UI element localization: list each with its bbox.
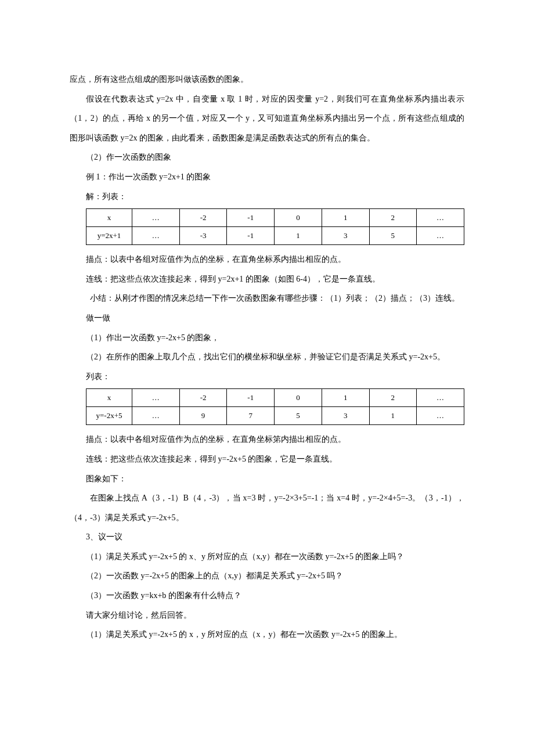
table-cell: 1 xyxy=(275,227,322,245)
table-row: x … -2 -1 0 1 2 … xyxy=(86,389,464,407)
table-cell: 7 xyxy=(227,407,275,425)
table-cell: 0 xyxy=(275,389,322,407)
paragraph: 连线：把这些点依次连接起来，得到 y=2x+1 的图象（如图 6-4），它是一条… xyxy=(70,269,464,289)
table-cell: 5 xyxy=(275,407,322,425)
table-cell: y=2x+1 xyxy=(86,227,132,245)
table-cell: x xyxy=(86,209,132,227)
paragraph: 做一做 xyxy=(70,308,464,328)
table-cell: -2 xyxy=(179,209,227,227)
table-cell: y=-2x+5 xyxy=(86,407,132,425)
table-cell: … xyxy=(417,209,464,227)
paragraph: （2）在所作的图象上取几个点，找出它们的横坐标和纵坐标，并验证它们是否满足关系式… xyxy=(70,347,464,367)
paragraph: （1）作出一次函数 y=-2x+5 的图象， xyxy=(70,328,464,348)
paragraph: 描点：以表中各组对应值作为点的坐标，在直角坐标系内描出相应的点。 xyxy=(70,250,464,269)
table-row: y=-2x+5 … 9 7 5 3 1 … xyxy=(86,407,464,425)
paragraph: （3）一次函数 y=kx+b 的图象有什么特点？ xyxy=(70,586,464,606)
table-cell: … xyxy=(132,227,180,245)
table-cell: -1 xyxy=(227,209,275,227)
table-cell: 9 xyxy=(179,407,227,425)
paragraph: 请大家分组讨论，然后回答。 xyxy=(70,606,464,625)
table-cell: 2 xyxy=(369,209,417,227)
table-row: y=2x+1 … -3 -1 1 3 5 … xyxy=(86,227,464,245)
paragraph: （2）一次函数 y=-2x+5 的图象上的点（x,y）都满足关系式 y=-2x+… xyxy=(70,566,464,586)
table-cell: 3 xyxy=(322,407,369,425)
table-cell: 1 xyxy=(322,389,369,407)
table-cell: 1 xyxy=(369,407,417,425)
document-page: 应点，所有这些点组成的图形叫做该函数的图象。 假设在代数表达式 y=2x 中，自… xyxy=(0,0,534,756)
table-row: x … -2 -1 0 1 2 … xyxy=(86,209,464,227)
paragraph: 连线：把这些点依次连接起来，得到 y=-2x+5 的图象，它是一条直线。 xyxy=(70,449,464,469)
paragraph: 小结：从刚才作图的情况来总结一下作一次函数图象有哪些步骤：（1）列表；（2）描点… xyxy=(70,289,464,308)
table-cell: -1 xyxy=(227,227,275,245)
table-cell: -1 xyxy=(227,389,275,407)
data-table-2: x … -2 -1 0 1 2 … y=-2x+5 … 9 7 5 3 1 … xyxy=(86,388,464,425)
paragraph: 解：列表： xyxy=(70,187,464,207)
example-label: 例 1：作出一次函数 y=2x+1 的图象 xyxy=(70,167,464,187)
table-cell: … xyxy=(132,209,180,227)
table-cell: 2 xyxy=(369,389,417,407)
table-cell: 3 xyxy=(322,227,369,245)
paragraph: 在图象上找点 A（3，-1）B（4，-3），当 x=3 时，y=-2×3+5=-… xyxy=(70,488,464,527)
paragraph: 应点，所有这些点组成的图形叫做该函数的图象。 xyxy=(70,70,464,89)
section-heading: 3、议一议 xyxy=(70,527,464,547)
paragraph: （1）满足关系式 y=-2x+5 的 x、y 所对应的点（x,y）都在一次函数 … xyxy=(70,547,464,567)
table-cell: -3 xyxy=(179,227,227,245)
paragraph: 假设在代数表达式 y=2x 中，自变量 x 取 1 时，对应的因变量 y=2，则… xyxy=(70,89,464,148)
paragraph: （1）满足关系式 y=-2x+5 的 x，y 所对应的点（x，y）都在一次函数 … xyxy=(70,625,464,645)
paragraph: 图象如下： xyxy=(70,469,464,489)
data-table-1: x … -2 -1 0 1 2 … y=2x+1 … -3 -1 1 3 5 … xyxy=(86,208,464,245)
section-heading: （2）作一次函数的图象 xyxy=(70,147,464,167)
table-cell: … xyxy=(417,227,464,245)
paragraph: 描点：以表中各组对应值作为点的坐标，在直角坐标第内描出相应的点。 xyxy=(70,430,464,449)
table-cell: … xyxy=(417,407,464,425)
table-cell: 1 xyxy=(322,209,369,227)
table-cell: … xyxy=(132,389,180,407)
table-cell: 5 xyxy=(369,227,417,245)
paragraph: 列表： xyxy=(70,367,464,387)
table-cell: x xyxy=(86,389,132,407)
table-cell: … xyxy=(132,407,180,425)
table-cell: 0 xyxy=(275,209,322,227)
table-cell: … xyxy=(417,389,464,407)
table-cell: -2 xyxy=(179,389,227,407)
